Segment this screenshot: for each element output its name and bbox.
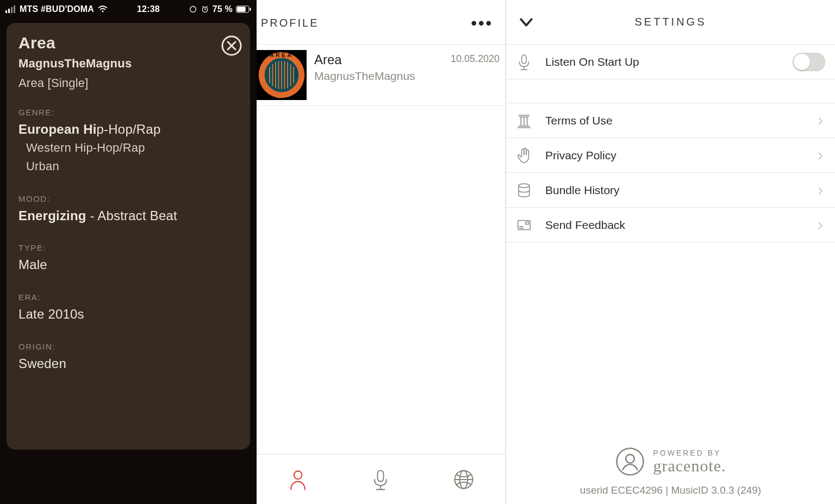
type-section: TYPE: Male (18, 243, 238, 274)
carrier-label: MTS #BUD'DOMA (20, 4, 94, 14)
clock-label: 12:38 (137, 4, 160, 14)
gracenote-label: gracenote. (653, 457, 726, 475)
album-art-icon: AREA (257, 50, 307, 100)
listen-on-startup-row: Listen On Start Up (506, 45, 835, 79)
alarm-icon (201, 5, 209, 14)
era-section: ERA: Late 2010s (18, 293, 238, 323)
gracenote-brand: POWERED BY gracenote. (506, 446, 835, 477)
bottom-tab-bar (257, 454, 505, 504)
genre-label: GENRE: (18, 108, 238, 117)
svg-point-36 (519, 183, 529, 187)
profile-header: PROFILE (261, 17, 319, 29)
svg-point-24 (294, 471, 302, 479)
settings-footer: POWERED BY gracenote. userid ECEC4296 | … (506, 446, 835, 496)
genre-secondary-1: Western Hip-Hop/Rap (18, 139, 238, 157)
bundle-history-row[interactable]: Bundle History (506, 173, 835, 208)
gracenote-logo-icon (615, 446, 645, 477)
microphone-icon (514, 52, 534, 72)
profile-panel: PROFILE ••• AREA Area MagnusTheMagnus (257, 0, 506, 504)
genre-primary: European Hip-Hop/Rap (18, 120, 238, 139)
era-value: Late 2010s (18, 305, 238, 323)
history-track-title: Area (314, 52, 443, 67)
genre-section: GENRE: European Hip-Hop/Rap Western Hip-… (18, 108, 238, 176)
close-button[interactable] (221, 35, 242, 57)
phone-dark-panel: MTS #BUD'DOMA 12:38 75 % (0, 0, 257, 504)
wifi-icon (97, 5, 108, 13)
privacy-label: Privacy Policy (545, 149, 805, 162)
svg-rect-38 (526, 222, 529, 224)
history-row[interactable]: AREA Area MagnusTheMagnus 10.05.2020 (257, 45, 505, 106)
track-title: Area (18, 34, 238, 52)
history-date: 10.05.2020 (451, 50, 500, 65)
tab-listen[interactable] (365, 464, 396, 495)
svg-text:AREA: AREA (270, 52, 293, 58)
cell-signal-icon (5, 5, 16, 13)
svg-rect-0 (5, 10, 7, 13)
svg-rect-8 (237, 7, 246, 11)
svg-rect-30 (522, 55, 527, 64)
powered-by-label: POWERED BY (653, 449, 726, 457)
genre-secondary-2: Urban (18, 157, 238, 176)
hand-icon (514, 145, 534, 166)
track-artist: MagnusTheMagnus (18, 57, 238, 71)
svg-point-5 (190, 7, 196, 13)
svg-rect-2 (11, 7, 13, 13)
settings-title: SETTINGS (517, 16, 824, 28)
svg-point-4 (102, 10, 104, 12)
track-info-card: Area MagnusTheMagnus Area [Single] GENRE… (7, 23, 250, 450)
svg-rect-1 (8, 9, 10, 13)
chevron-right-icon (815, 116, 825, 126)
chevron-right-icon (815, 220, 825, 230)
mood-value: Energizing - Abstract Beat (18, 207, 238, 225)
pillar-icon (514, 110, 534, 131)
terms-label: Terms of Use (545, 114, 805, 127)
mood-label: MOOD: (18, 194, 238, 203)
privacy-policy-row[interactable]: Privacy Policy (506, 138, 835, 173)
tab-profile[interactable] (283, 464, 313, 495)
svg-rect-25 (378, 470, 384, 481)
settings-header: SETTINGS (506, 0, 835, 45)
more-button[interactable]: ••• (471, 14, 495, 33)
listen-on-startup-label: Listen On Start Up (545, 55, 782, 69)
track-album: Area [Single] (18, 76, 238, 90)
history-track-artist: MagnusTheMagnus (314, 70, 443, 83)
database-icon (514, 180, 534, 201)
postcard-icon (514, 215, 534, 235)
mood-section: MOOD: Energizing - Abstract Beat (18, 194, 238, 225)
send-feedback-row[interactable]: Send Feedback (506, 208, 835, 242)
chevron-right-icon (815, 151, 825, 160)
listen-on-startup-toggle[interactable] (793, 53, 825, 71)
bundle-label: Bundle History (545, 184, 805, 197)
terms-of-use-row[interactable]: Terms of Use (506, 103, 835, 138)
type-label: TYPE: (18, 243, 238, 252)
ios-status-bar: MTS #BUD'DOMA 12:38 75 % (0, 0, 257, 16)
origin-value: Sweden (18, 354, 238, 373)
svg-point-42 (626, 455, 635, 463)
settings-panel: SETTINGS Listen On Start Up Terms of Use… (506, 0, 835, 504)
svg-rect-3 (14, 5, 15, 13)
rotation-lock-icon (189, 5, 197, 14)
chevron-right-icon (815, 185, 825, 195)
feedback-label: Send Feedback (545, 219, 805, 232)
type-value: Male (18, 256, 238, 274)
battery-icon (236, 5, 251, 13)
tab-discover[interactable] (448, 464, 479, 495)
section-spacer (506, 79, 835, 103)
origin-section: ORIGIN: Sweden (18, 342, 238, 373)
svg-rect-9 (250, 8, 251, 11)
profile-topbar: PROFILE ••• (257, 0, 505, 45)
svg-point-41 (617, 449, 644, 475)
era-label: ERA: (18, 293, 238, 302)
origin-label: ORIGIN: (18, 342, 238, 351)
footer-meta: userid ECEC4296 | MusicID 3.0.3 (249) (506, 484, 835, 496)
battery-percent-label: 75 % (213, 4, 233, 14)
